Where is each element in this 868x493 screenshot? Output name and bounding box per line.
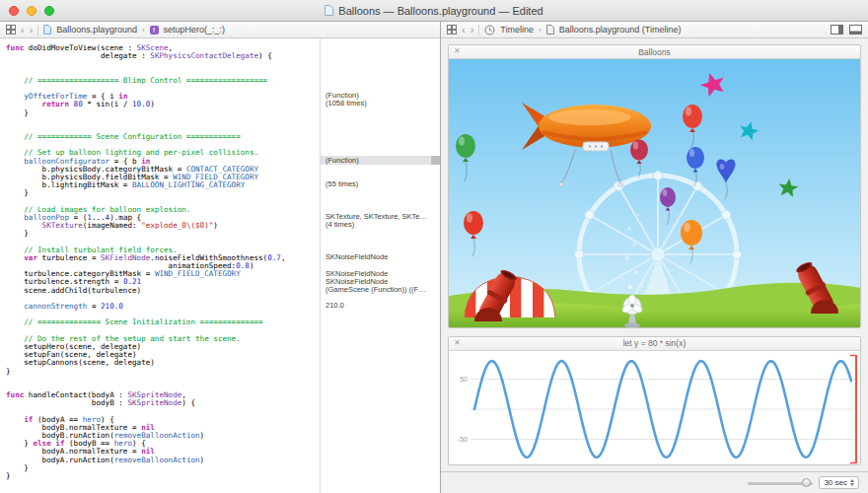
jump-bar-divider [478, 25, 479, 35]
results-sidebar: (Function)(1058 times)(Function)(55 time… [320, 38, 440, 493]
code-line: } [6, 188, 319, 196]
code-line: // Load images for balloon explosion. [6, 205, 319, 213]
balloons-view-header: Balloons [449, 45, 860, 59]
code-line: turbulence.strength = 0.21 [6, 277, 319, 285]
timeline-duration-slider[interactable] [748, 477, 813, 489]
window-title: Balloons — Balloons.playground — Edited [338, 5, 542, 17]
code-line: cannonStrength = 210.0 [6, 302, 319, 310]
source-editor-pane: ‹ › Balloons.playground › setupHero(_:_:… [0, 22, 441, 493]
sine-graph-canvas: 50-50 [449, 351, 861, 465]
breadcrumb-symbol[interactable]: setupHero(_:_:) [164, 25, 226, 35]
code-line: } [6, 367, 319, 375]
back-button[interactable]: ‹ [21, 25, 25, 35]
code-line: setupCannons(scene, delegate) [6, 358, 319, 366]
code-line: // Do the rest of the setup and start th… [6, 334, 319, 342]
timeline-document-crumb[interactable]: Balloons.playground (Timeline) [559, 25, 682, 35]
code-line: } [6, 471, 319, 479]
timeline-crumb[interactable]: Timeline [500, 25, 534, 35]
xcode-playground-window: Balloons — Balloons.playground — Edited … [0, 0, 868, 493]
code-line: // ================== Blimp Control ====… [6, 76, 319, 84]
code-line: if (bodyA == hero) { [6, 415, 319, 423]
document-proxy-icon[interactable] [325, 5, 333, 16]
breadcrumb-file[interactable]: Balloons.playground [56, 25, 137, 35]
balloons-result-view: Balloons [448, 44, 861, 328]
result-value[interactable]: (55 times) [326, 180, 438, 188]
result-value[interactable]: (Function) [326, 92, 438, 100]
code-line: func handleContact(bodyA : SKSpriteNode, [6, 390, 319, 398]
result-value[interactable]: (GameScene (Function)) ((F… [326, 286, 438, 294]
related-items-icon[interactable] [447, 25, 457, 35]
related-items-icon[interactable] [6, 25, 16, 35]
duration-stepper-icon[interactable] [850, 479, 854, 486]
result-value[interactable]: SKTexture, SKTexture, SKTe… [326, 213, 438, 221]
code-line: balloonPop = (1...4).map { [6, 213, 319, 221]
code-line [6, 375, 319, 383]
code-line: // Set up balloon lighting and per-pixel… [6, 148, 319, 156]
jump-bar-divider [37, 25, 38, 35]
code-line: delegate : SKPhysicsContactDelegate) { [6, 51, 319, 59]
balloons-view-title: Balloons [638, 47, 671, 57]
code-line: // Install turbulant field forces. [6, 246, 319, 253]
close-result-icon[interactable] [454, 338, 461, 347]
close-assistant-icon[interactable] [849, 25, 862, 35]
code-line: bodyB : SKSpriteNode) { [6, 398, 319, 406]
code-line [6, 59, 319, 67]
graph-view-header: let y = 80 * sin(x) [449, 337, 860, 351]
result-value[interactable]: SKNoiseFieldNode [326, 253, 438, 261]
code-line: b.lightingBitMask = BALLOON_LIGHTING_CAT… [6, 180, 319, 188]
assistant-editor-icon[interactable] [831, 25, 843, 35]
code-line [6, 197, 319, 205]
result-value[interactable]: (1058 times) [326, 100, 438, 107]
code-line: // ============ Scene Configuration ====… [6, 132, 319, 140]
back-button[interactable]: ‹ [462, 25, 466, 35]
editor-jump-bar: ‹ › Balloons.playground › setupHero(_:_:… [0, 22, 440, 38]
code-line [6, 383, 319, 390]
duration-field[interactable]: 30 sec [819, 476, 859, 489]
duration-label: 30 sec [824, 478, 847, 487]
code-line: bodyB.runAction(removeBalloonAction) [6, 431, 319, 439]
code-line: // ============== Scene Initialization =… [6, 317, 319, 325]
code-line: bodyB.normalTexture = nil [6, 423, 319, 431]
timeline-pane: ‹ › Timeline › Balloons.playground (Time… [441, 22, 868, 493]
code-line: balloonConfigurator = { b in [6, 157, 319, 165]
result-value[interactable]: SKNoiseFieldNode [326, 270, 438, 278]
timeline-doc-icon [546, 25, 554, 35]
close-result-icon[interactable] [454, 46, 461, 55]
timeline-jump-bar: ‹ › Timeline › Balloons.playground (Time… [441, 22, 868, 38]
slider-thumb[interactable] [802, 478, 811, 487]
result-value[interactable]: (Function) [326, 157, 438, 165]
forward-button[interactable]: › [470, 25, 474, 35]
code-editor[interactable]: func doDidMoveToView(scene : SKScene, de… [6, 38, 319, 493]
code-line [6, 294, 319, 302]
code-line: b.physicsBody.categoryBitMask = CONTACT_… [6, 165, 319, 173]
code-line: bodyA.normalTexture = nil [6, 447, 319, 455]
window-titlebar[interactable]: Balloons — Balloons.playground — Edited [0, 0, 868, 22]
code-line [6, 406, 319, 414]
code-line: yOffsetForTime = { i in [6, 92, 319, 100]
clock-icon [484, 25, 495, 35]
code-line [6, 68, 319, 76]
timeline-bottom-bar: 30 sec [441, 471, 868, 493]
svg-text:50: 50 [460, 376, 468, 383]
result-value[interactable]: SKNoiseFieldNode [326, 278, 438, 286]
code-line [6, 84, 319, 92]
code-line [6, 326, 319, 334]
result-value[interactable]: (4 times) [326, 221, 438, 229]
code-line: SKTexture(imageNamed: "explode_0\($0)") [6, 221, 319, 229]
code-editor-area[interactable]: func doDidMoveToView(scene : SKScene, de… [0, 38, 440, 493]
code-line: setupFan(scene, delegate) [6, 350, 319, 358]
function-icon [150, 26, 159, 35]
forward-button[interactable]: › [30, 25, 34, 35]
code-line [6, 310, 319, 317]
code-line: } else if (bodyB == hero) { [6, 439, 319, 447]
code-line: return 80 * sin(i / 10.0) [6, 100, 319, 107]
code-line: var turbulence = SKFieldNode.noiseFieldW… [6, 253, 319, 261]
timeline-content: Balloons [441, 38, 868, 493]
code-line: animationSpeed:0.8) [6, 261, 319, 269]
code-line [6, 124, 319, 132]
code-line: b.physicsBody.fieldBitMask = WIND_FIELD_… [6, 173, 319, 180]
code-line: } [6, 229, 319, 237]
code-line: turbulence.categoryBitMask = WIND_FIELD_… [6, 269, 319, 277]
code-line: bodyA.runAction(removeBalloonAction) [6, 456, 319, 463]
result-value[interactable]: 210.0 [326, 302, 438, 310]
